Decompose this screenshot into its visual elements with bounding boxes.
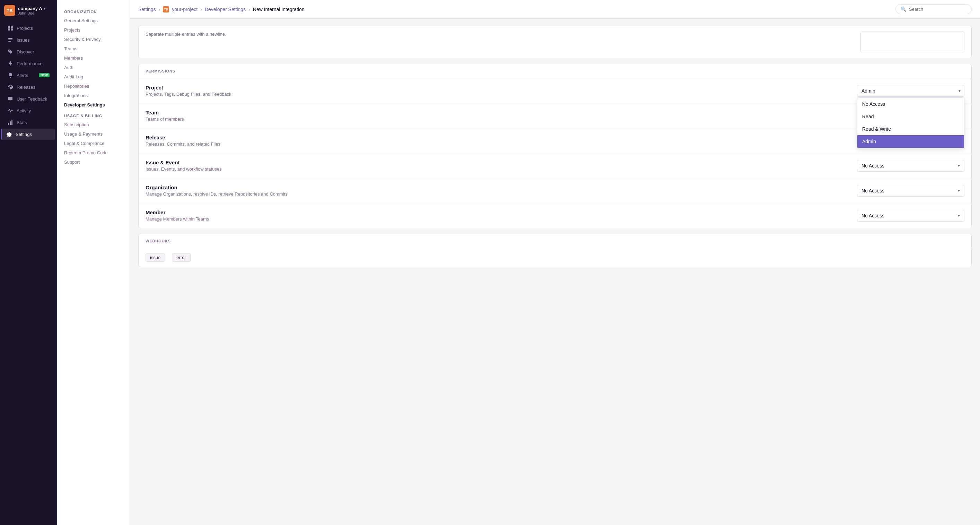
sidebar-item-label: Performance: [17, 61, 42, 66]
permission-name-release: Release: [146, 134, 857, 140]
webhooks-header: WEBHOOKS: [138, 234, 971, 248]
sidebar-nav: Projects Issues Discover Performance Ale…: [0, 21, 57, 525]
select-value-organization: No Access: [861, 188, 885, 193]
select-value-member: No Access: [861, 213, 885, 219]
sidebar-item-releases[interactable]: Releases: [2, 81, 55, 93]
svg-rect-3: [11, 29, 13, 30]
sidebar-item-label: Alerts: [17, 73, 28, 78]
note-textarea[interactable]: [861, 32, 964, 53]
chevron-down-icon: ▾: [44, 6, 45, 10]
settings-nav-security-privacy[interactable]: Security & Privacy: [57, 35, 130, 44]
search-bar[interactable]: 🔍: [896, 4, 972, 14]
sidebar-item-settings[interactable]: Settings: [1, 129, 55, 140]
permissions-title: PERMISSIONS: [146, 69, 964, 73]
settings-nav-usage-payments[interactable]: Usage & Payments: [57, 129, 130, 139]
svg-rect-0: [8, 26, 10, 28]
permission-select-wrapper-project: Admin ▾ No Access Read Read & Write Admi…: [857, 85, 964, 97]
breadcrumb-sep-2: ›: [200, 6, 202, 12]
permission-desc-project: Projects, Tags, Debug Files, and Feedbac…: [146, 91, 857, 97]
permission-select-issue-event[interactable]: No Access ▾: [857, 160, 964, 172]
sidebar: TB company A ▾ John Doe Projects Issues: [0, 0, 57, 525]
permissions-section: PERMISSIONS Project Projects, Tags, Debu…: [138, 64, 972, 228]
settings-nav-auth[interactable]: Auth: [57, 63, 130, 72]
breadcrumb: Settings › TB your-project › Developer S…: [138, 6, 304, 13]
dropdown-option-read[interactable]: Read: [858, 110, 964, 123]
settings-nav-projects[interactable]: Projects: [57, 25, 130, 35]
permission-select-member[interactable]: No Access ▾: [857, 210, 964, 222]
sidebar-item-performance[interactable]: Performance: [2, 58, 55, 69]
sidebar-item-label: Issues: [17, 37, 30, 43]
settings-nav-audit-log[interactable]: Audit Log: [57, 72, 130, 81]
sidebar-item-label: Releases: [17, 85, 35, 90]
settings-sidebar: ORGANIZATION General Settings Projects S…: [57, 0, 130, 525]
chevron-down-icon: ▾: [958, 188, 960, 193]
sidebar-item-projects[interactable]: Projects: [2, 22, 55, 34]
settings-nav-redeem-promo[interactable]: Redeem Promo Code: [57, 148, 130, 158]
svg-rect-2: [8, 29, 10, 30]
note-text: Separate multiple entries with a newline…: [146, 32, 226, 37]
webhook-tag-issue[interactable]: issue: [146, 253, 165, 262]
breadcrumb-settings[interactable]: Settings: [138, 6, 156, 12]
permission-name-team: Team: [146, 110, 857, 115]
box-icon: [8, 84, 13, 90]
permission-name-project: Project: [146, 85, 857, 91]
breadcrumb-project[interactable]: your-project: [172, 6, 197, 12]
permission-row-issue-event: Issue & Event Issues, Events, and workfl…: [138, 153, 971, 178]
permission-name-issue-event: Issue & Event: [146, 160, 857, 165]
svg-rect-9: [11, 120, 13, 125]
settings-nav-integrations[interactable]: Integrations: [57, 91, 130, 100]
sidebar-item-discover[interactable]: Discover: [2, 46, 55, 57]
settings-nav-general-settings[interactable]: General Settings: [57, 16, 130, 25]
sidebar-item-label: Stats: [17, 120, 27, 125]
list-icon: [8, 37, 13, 43]
user-name: John Doe: [18, 11, 45, 15]
lightning-icon: [8, 61, 13, 66]
dropdown-option-no-access[interactable]: No Access: [858, 98, 964, 110]
bar-chart-icon: [8, 120, 13, 125]
sidebar-item-alerts[interactable]: Alerts new: [2, 70, 55, 81]
permission-desc-member: Manage Members within Teams: [146, 216, 857, 222]
sidebar-item-issues[interactable]: Issues: [2, 34, 55, 45]
permission-select-wrapper-member: No Access ▾: [857, 210, 964, 222]
select-value-issue-event: No Access: [861, 163, 885, 169]
svg-rect-1: [11, 26, 13, 28]
svg-rect-6: [8, 41, 11, 41]
tag-icon: [8, 49, 13, 54]
webhook-tag-error[interactable]: error: [172, 253, 190, 262]
permission-select-organization[interactable]: No Access ▾: [857, 185, 964, 196]
settings-nav-repositories[interactable]: Repositories: [57, 81, 130, 91]
bell-icon: [8, 72, 13, 78]
settings-nav-developer-settings[interactable]: Developer Settings: [57, 100, 130, 110]
sidebar-item-activity[interactable]: Activity: [2, 105, 55, 116]
avatar: TB: [4, 5, 15, 16]
permission-desc-release: Releases, Commits, and related Files: [146, 142, 857, 147]
search-icon: 🔍: [900, 6, 906, 12]
sidebar-item-stats[interactable]: Stats: [2, 117, 55, 128]
search-input[interactable]: [909, 6, 966, 12]
breadcrumb-developer-settings[interactable]: Developer Settings: [205, 6, 246, 12]
svg-rect-8: [10, 121, 11, 125]
permission-row-team: Team Teams of members No Access ▾: [138, 103, 971, 128]
settings-nav-members[interactable]: Members: [57, 53, 130, 63]
chevron-down-icon: ▾: [958, 213, 960, 218]
webhooks-title: WEBHOOKS: [146, 239, 964, 243]
activity-icon: [8, 108, 13, 113]
permission-select-project[interactable]: Admin ▾: [857, 85, 964, 97]
settings-nav-legal-compliance[interactable]: Legal & Compliance: [57, 139, 130, 148]
sidebar-item-label: User Feedback: [17, 96, 47, 102]
permission-select-wrapper-organization: No Access ▾: [857, 185, 964, 196]
sidebar-item-user-feedback[interactable]: User Feedback: [2, 93, 55, 104]
chevron-down-icon: ▾: [959, 88, 961, 93]
breadcrumb-sep-1: ›: [159, 6, 161, 12]
permission-row-organization: Organization Manage Organizations, resol…: [138, 178, 971, 203]
settings-nav-teams[interactable]: Teams: [57, 44, 130, 53]
webhooks-row: issue error: [138, 248, 971, 266]
org-switcher[interactable]: TB company A ▾ John Doe: [0, 0, 57, 21]
permission-name-member: Member: [146, 209, 857, 215]
dropdown-option-admin[interactable]: Admin: [858, 135, 964, 148]
permission-desc-organization: Manage Organizations, resolve IDs, retri…: [146, 191, 857, 196]
settings-nav-support[interactable]: Support: [57, 158, 130, 167]
settings-nav-subscription[interactable]: Subscription: [57, 120, 130, 129]
dropdown-option-read-write[interactable]: Read & Write: [858, 123, 964, 135]
main-content: Settings › TB your-project › Developer S…: [130, 0, 980, 525]
